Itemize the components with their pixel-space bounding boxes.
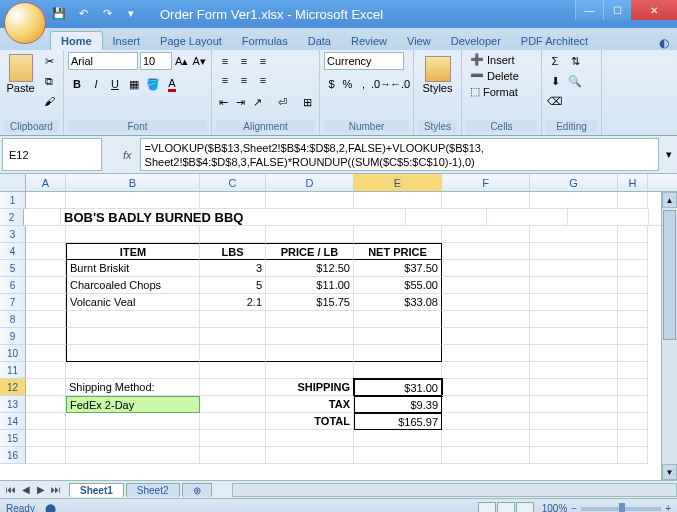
find-select-icon[interactable]: 🔍 [566, 72, 584, 90]
save-icon[interactable]: 💾 [50, 4, 68, 22]
expand-formula-bar-icon[interactable]: ▾ [661, 136, 677, 173]
hdr-net[interactable]: NET PRICE [354, 243, 442, 260]
help-icon[interactable]: ◐ [659, 36, 669, 50]
zoom-level[interactable]: 100% [542, 503, 568, 512]
tax-value[interactable]: $9.39 [354, 396, 442, 413]
new-sheet-tab[interactable]: ⊕ [182, 483, 212, 497]
prev-sheet-icon[interactable]: ◀ [19, 484, 33, 495]
tab-home[interactable]: Home [50, 31, 103, 50]
tab-view[interactable]: View [397, 32, 441, 50]
tab-review[interactable]: Review [341, 32, 397, 50]
qat-dropdown-icon[interactable]: ▾ [122, 4, 140, 22]
row-header[interactable]: 3 [0, 226, 26, 243]
lbs-cell[interactable]: 5 [200, 277, 266, 294]
fx-icon[interactable]: fx [123, 149, 132, 161]
comma-icon[interactable]: , [356, 75, 371, 93]
tax-label[interactable]: TAX [266, 396, 354, 413]
normal-view-icon[interactable] [478, 502, 496, 513]
font-size-combo[interactable] [140, 52, 172, 70]
align-right-icon[interactable]: ≡ [254, 71, 272, 89]
col-header[interactable]: E [354, 174, 442, 191]
maximize-button[interactable]: ☐ [603, 0, 631, 20]
page-layout-view-icon[interactable] [497, 502, 515, 513]
clear-icon[interactable]: ⌫ [546, 92, 564, 110]
col-header[interactable]: B [66, 174, 200, 191]
col-header[interactable]: D [266, 174, 354, 191]
percent-icon[interactable]: % [340, 75, 355, 93]
currency-icon[interactable]: $ [324, 75, 339, 93]
underline-button[interactable]: U [106, 75, 124, 93]
font-color-button[interactable]: A [163, 75, 181, 93]
hdr-lbs[interactable]: LBS [200, 243, 266, 260]
zoom-out-icon[interactable]: − [571, 503, 577, 512]
cut-icon[interactable]: ✂ [39, 52, 59, 70]
fill-color-button[interactable]: 🪣 [144, 75, 162, 93]
redo-icon[interactable]: ↷ [98, 4, 116, 22]
sheet-title[interactable]: BOB'S BADLY BURNED BBQ [61, 209, 406, 226]
autosum-icon[interactable]: Σ [546, 52, 564, 70]
item-cell[interactable]: Burnt Briskit [66, 260, 200, 277]
scroll-down-icon[interactable]: ▼ [662, 464, 677, 480]
shipping-method-label[interactable]: Shipping Method: [66, 379, 200, 396]
merge-button[interactable]: ⊞ [299, 93, 315, 111]
col-header[interactable]: A [26, 174, 66, 191]
format-cells-button[interactable]: ⬚Format [466, 84, 523, 99]
copy-icon[interactable]: ⧉ [39, 72, 59, 90]
font-name-combo[interactable] [68, 52, 138, 70]
worksheet-grid[interactable]: A B C D E F G H 1 2BOB'S BADLY BURNED BB… [0, 174, 677, 480]
price-cell[interactable]: $15.75 [266, 294, 354, 311]
lbs-cell[interactable]: 2.1 [200, 294, 266, 311]
price-cell[interactable]: $12.50 [266, 260, 354, 277]
office-button[interactable] [4, 2, 46, 44]
row-header[interactable]: 10 [0, 345, 26, 362]
row-header[interactable]: 14 [0, 413, 26, 430]
col-header[interactable]: C [200, 174, 266, 191]
row-header[interactable]: 7 [0, 294, 26, 311]
fill-icon[interactable]: ⬇ [546, 72, 564, 90]
grow-font-icon[interactable]: A▴ [174, 52, 190, 70]
name-box[interactable]: E12 [2, 138, 102, 171]
align-center-icon[interactable]: ≡ [235, 71, 253, 89]
scroll-up-icon[interactable]: ▲ [662, 192, 677, 208]
close-button[interactable]: ✕ [631, 0, 677, 20]
undo-icon[interactable]: ↶ [74, 4, 92, 22]
align-middle-icon[interactable]: ≡ [235, 52, 253, 70]
paste-button[interactable]: Paste [4, 52, 37, 120]
sheet-tab[interactable]: Sheet1 [69, 483, 124, 497]
zoom-in-icon[interactable]: + [665, 503, 671, 512]
tab-pdf-architect[interactable]: PDF Architect [511, 32, 598, 50]
align-bottom-icon[interactable]: ≡ [254, 52, 272, 70]
col-header[interactable]: H [618, 174, 648, 191]
horizontal-scrollbar[interactable] [232, 483, 678, 497]
total-value[interactable]: $165.97 [354, 413, 442, 430]
delete-cells-button[interactable]: ➖Delete [466, 68, 523, 83]
net-cell[interactable]: $33.08 [354, 294, 442, 311]
number-format-combo[interactable] [324, 52, 404, 70]
last-sheet-icon[interactable]: ⏭ [49, 484, 63, 495]
hdr-price[interactable]: PRICE / LB [266, 243, 354, 260]
shrink-font-icon[interactable]: A▾ [192, 52, 208, 70]
hdr-item[interactable]: ITEM [66, 243, 200, 260]
border-button[interactable]: ▦ [125, 75, 143, 93]
net-cell[interactable]: $55.00 [354, 277, 442, 294]
wrap-text-button[interactable]: ⏎ [267, 93, 298, 111]
total-label[interactable]: TOTAL [266, 413, 354, 430]
row-header[interactable]: 9 [0, 328, 26, 345]
decrease-decimal-icon[interactable]: ←.0 [391, 75, 409, 93]
net-cell[interactable]: $37.50 [354, 260, 442, 277]
first-sheet-icon[interactable]: ⏮ [4, 484, 18, 495]
row-header[interactable]: 11 [0, 362, 26, 379]
insert-cells-button[interactable]: ➕Insert [466, 52, 523, 67]
vertical-scrollbar[interactable]: ▲ ▼ [661, 192, 677, 480]
row-header[interactable]: 16 [0, 447, 26, 464]
zoom-slider[interactable] [581, 507, 661, 511]
row-header[interactable]: 1 [0, 192, 26, 209]
tab-data[interactable]: Data [298, 32, 341, 50]
row-header[interactable]: 15 [0, 430, 26, 447]
next-sheet-icon[interactable]: ▶ [34, 484, 48, 495]
row-header[interactable]: 4 [0, 243, 26, 260]
row-header[interactable]: 2 [0, 209, 24, 226]
increase-indent-icon[interactable]: ⇥ [233, 93, 249, 111]
shipping-label[interactable]: SHIPPING [266, 379, 354, 396]
col-header[interactable]: G [530, 174, 618, 191]
